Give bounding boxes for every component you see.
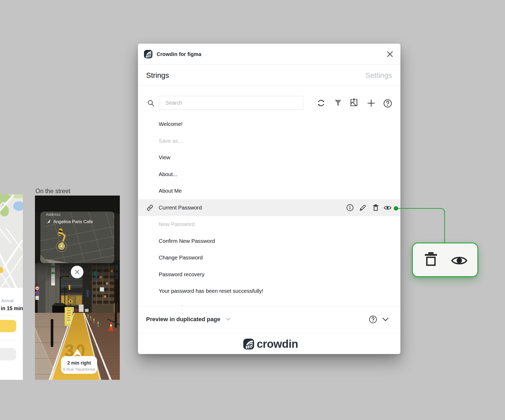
svg-text:30: 30 [36, 287, 39, 290]
svg-text:Arrival: Arrival [1, 298, 14, 303]
svg-text:2 min right: 2 min right [67, 360, 91, 366]
svg-text:in 15 min: in 15 min [1, 305, 23, 311]
svg-text:Angelina Paris Cafe: Angelina Paris Cafe [53, 219, 93, 224]
svg-text:6 Rue Tiquetonne: 6 Rue Tiquetonne [63, 367, 95, 371]
svg-text:Address: Address [46, 212, 60, 217]
